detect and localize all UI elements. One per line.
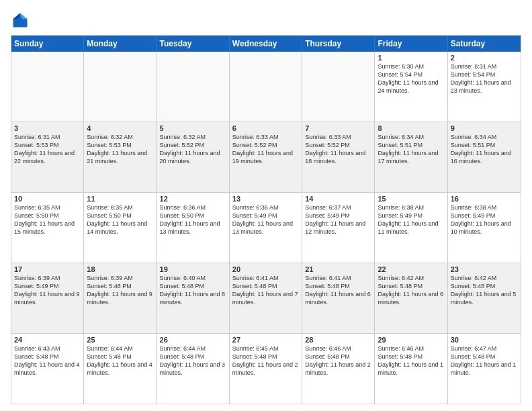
cell-detail: Sunrise: 6:45 AM Sunset: 5:48 PM Dayligh…: [232, 345, 299, 377]
day-number: 10: [14, 195, 81, 203]
cell-detail: Sunrise: 6:37 AM Sunset: 5:49 PM Dayligh…: [305, 203, 371, 236]
calendar-cell-1-3: 6Sunrise: 6:33 AM Sunset: 5:52 PM Daylig…: [230, 122, 302, 192]
calendar-row-1: 3Sunrise: 6:31 AM Sunset: 5:53 PM Daylig…: [11, 122, 521, 192]
calendar-row-3: 17Sunrise: 6:39 AM Sunset: 5:49 PM Dayli…: [11, 263, 521, 333]
calendar-cell-4-3: 27Sunrise: 6:45 AM Sunset: 5:48 PM Dayli…: [230, 334, 302, 404]
day-number: 22: [378, 265, 444, 273]
calendar-cell-3-2: 19Sunrise: 6:40 AM Sunset: 5:48 PM Dayli…: [157, 263, 230, 333]
cell-detail: Sunrise: 6:33 AM Sunset: 5:52 PM Dayligh…: [232, 133, 299, 166]
calendar-cell-3-5: 22Sunrise: 6:42 AM Sunset: 5:48 PM Dayli…: [375, 263, 447, 333]
calendar-cell-4-6: 30Sunrise: 6:47 AM Sunset: 5:48 PM Dayli…: [448, 334, 521, 404]
cell-detail: Sunrise: 6:42 AM Sunset: 5:48 PM Dayligh…: [451, 274, 518, 307]
header-day-sunday: Sunday: [11, 36, 84, 52]
header: [11, 11, 521, 30]
day-number: 27: [232, 336, 299, 344]
calendar-cell-3-1: 18Sunrise: 6:39 AM Sunset: 5:48 PM Dayli…: [84, 263, 157, 333]
cell-detail: Sunrise: 6:36 AM Sunset: 5:50 PM Dayligh…: [160, 203, 226, 236]
calendar-cell-2-1: 11Sunrise: 6:35 AM Sunset: 5:50 PM Dayli…: [84, 193, 157, 263]
day-number: 16: [451, 195, 518, 203]
day-number: 25: [87, 336, 153, 344]
day-number: 4: [87, 124, 153, 132]
calendar-cell-1-4: 7Sunrise: 6:33 AM Sunset: 5:52 PM Daylig…: [302, 122, 375, 192]
day-number: 29: [378, 336, 444, 344]
cell-detail: Sunrise: 6:46 AM Sunset: 5:48 PM Dayligh…: [378, 345, 444, 377]
cell-detail: Sunrise: 6:43 AM Sunset: 5:48 PM Dayligh…: [14, 345, 81, 377]
day-number: 18: [87, 265, 153, 273]
calendar-cell-1-0: 3Sunrise: 6:31 AM Sunset: 5:53 PM Daylig…: [11, 122, 84, 192]
calendar-cell-3-6: 23Sunrise: 6:42 AM Sunset: 5:48 PM Dayli…: [448, 263, 521, 333]
cell-detail: Sunrise: 6:40 AM Sunset: 5:48 PM Dayligh…: [160, 274, 226, 307]
day-number: 9: [451, 124, 518, 132]
header-day-monday: Monday: [84, 36, 157, 52]
cell-detail: Sunrise: 6:46 AM Sunset: 5:48 PM Dayligh…: [305, 345, 371, 377]
cell-detail: Sunrise: 6:36 AM Sunset: 5:49 PM Dayligh…: [232, 203, 299, 236]
cell-detail: Sunrise: 6:41 AM Sunset: 5:48 PM Dayligh…: [305, 274, 371, 307]
calendar-row-4: 24Sunrise: 6:43 AM Sunset: 5:48 PM Dayli…: [11, 333, 521, 404]
calendar-cell-3-4: 21Sunrise: 6:41 AM Sunset: 5:48 PM Dayli…: [302, 263, 375, 333]
logo-icon: [11, 11, 30, 30]
cell-detail: Sunrise: 6:31 AM Sunset: 5:53 PM Dayligh…: [14, 133, 81, 166]
cell-detail: Sunrise: 6:32 AM Sunset: 5:52 PM Dayligh…: [160, 133, 226, 166]
calendar-cell-2-3: 13Sunrise: 6:36 AM Sunset: 5:49 PM Dayli…: [230, 193, 302, 263]
calendar-cell-4-2: 26Sunrise: 6:44 AM Sunset: 5:48 PM Dayli…: [157, 334, 230, 404]
day-number: 7: [305, 124, 371, 132]
header-day-friday: Friday: [375, 36, 447, 52]
cell-detail: Sunrise: 6:35 AM Sunset: 5:50 PM Dayligh…: [87, 203, 153, 236]
day-number: 2: [451, 54, 518, 62]
calendar-cell-2-0: 10Sunrise: 6:35 AM Sunset: 5:50 PM Dayli…: [11, 193, 84, 263]
calendar-cell-2-6: 16Sunrise: 6:38 AM Sunset: 5:49 PM Dayli…: [448, 193, 521, 263]
header-day-saturday: Saturday: [448, 36, 521, 52]
cell-detail: Sunrise: 6:39 AM Sunset: 5:49 PM Dayligh…: [14, 274, 81, 307]
cell-detail: Sunrise: 6:38 AM Sunset: 5:49 PM Dayligh…: [451, 203, 518, 236]
header-day-thursday: Thursday: [302, 36, 375, 52]
calendar-body: 1Sunrise: 6:30 AM Sunset: 5:54 PM Daylig…: [11, 52, 521, 404]
day-number: 11: [87, 195, 153, 203]
day-number: 19: [160, 265, 226, 273]
day-number: 15: [378, 195, 444, 203]
cell-detail: Sunrise: 6:34 AM Sunset: 5:51 PM Dayligh…: [451, 133, 518, 166]
calendar: SundayMondayTuesdayWednesdayThursdayFrid…: [11, 35, 521, 404]
calendar-header: SundayMondayTuesdayWednesdayThursdayFrid…: [11, 36, 521, 52]
day-number: 14: [305, 195, 371, 203]
calendar-cell-3-3: 20Sunrise: 6:41 AM Sunset: 5:48 PM Dayli…: [230, 263, 302, 333]
cell-detail: Sunrise: 6:44 AM Sunset: 5:48 PM Dayligh…: [87, 345, 153, 377]
calendar-cell-1-2: 5Sunrise: 6:32 AM Sunset: 5:52 PM Daylig…: [157, 122, 230, 192]
page: SundayMondayTuesdayWednesdayThursdayFrid…: [0, 0, 532, 411]
cell-detail: Sunrise: 6:42 AM Sunset: 5:48 PM Dayligh…: [378, 274, 444, 307]
calendar-cell-4-5: 29Sunrise: 6:46 AM Sunset: 5:48 PM Dayli…: [375, 334, 447, 404]
day-number: 26: [160, 336, 226, 344]
day-number: 24: [14, 336, 81, 344]
cell-detail: Sunrise: 6:47 AM Sunset: 5:48 PM Dayligh…: [451, 345, 518, 377]
day-number: 13: [232, 195, 299, 203]
calendar-cell-2-2: 12Sunrise: 6:36 AM Sunset: 5:50 PM Dayli…: [157, 193, 230, 263]
calendar-row-0: 1Sunrise: 6:30 AM Sunset: 5:54 PM Daylig…: [11, 52, 521, 122]
header-day-tuesday: Tuesday: [157, 36, 230, 52]
cell-detail: Sunrise: 6:38 AM Sunset: 5:49 PM Dayligh…: [378, 203, 444, 236]
calendar-cell-0-3: [230, 52, 302, 122]
cell-detail: Sunrise: 6:34 AM Sunset: 5:51 PM Dayligh…: [378, 133, 444, 166]
day-number: 17: [14, 265, 81, 273]
calendar-cell-2-4: 14Sunrise: 6:37 AM Sunset: 5:49 PM Dayli…: [302, 193, 375, 263]
calendar-cell-4-0: 24Sunrise: 6:43 AM Sunset: 5:48 PM Dayli…: [11, 334, 84, 404]
cell-detail: Sunrise: 6:39 AM Sunset: 5:48 PM Dayligh…: [87, 274, 153, 307]
day-number: 6: [232, 124, 299, 132]
cell-detail: Sunrise: 6:44 AM Sunset: 5:48 PM Dayligh…: [160, 345, 226, 377]
day-number: 30: [451, 336, 518, 344]
day-number: 8: [378, 124, 444, 132]
calendar-cell-0-6: 2Sunrise: 6:31 AM Sunset: 5:54 PM Daylig…: [448, 52, 521, 122]
calendar-cell-4-4: 28Sunrise: 6:46 AM Sunset: 5:48 PM Dayli…: [302, 334, 375, 404]
day-number: 1: [378, 54, 444, 62]
calendar-cell-0-5: 1Sunrise: 6:30 AM Sunset: 5:54 PM Daylig…: [375, 52, 447, 122]
calendar-cell-1-5: 8Sunrise: 6:34 AM Sunset: 5:51 PM Daylig…: [375, 122, 447, 192]
calendar-cell-0-0: [11, 52, 84, 122]
calendar-cell-4-1: 25Sunrise: 6:44 AM Sunset: 5:48 PM Dayli…: [84, 334, 157, 404]
cell-detail: Sunrise: 6:35 AM Sunset: 5:50 PM Dayligh…: [14, 203, 81, 236]
calendar-cell-0-1: [84, 52, 157, 122]
header-day-wednesday: Wednesday: [230, 36, 302, 52]
cell-detail: Sunrise: 6:33 AM Sunset: 5:52 PM Dayligh…: [305, 133, 371, 166]
day-number: 5: [160, 124, 226, 132]
day-number: 12: [160, 195, 226, 203]
day-number: 21: [305, 265, 371, 273]
calendar-row-2: 10Sunrise: 6:35 AM Sunset: 5:50 PM Dayli…: [11, 192, 521, 263]
calendar-cell-0-2: [157, 52, 230, 122]
